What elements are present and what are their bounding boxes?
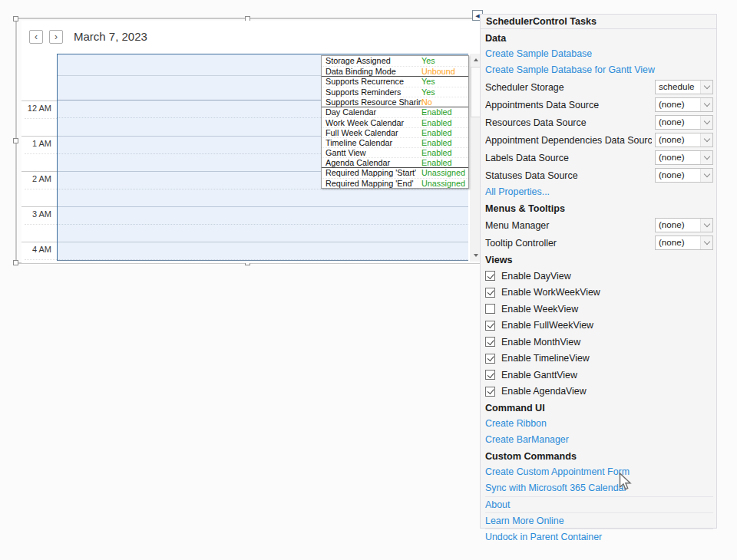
overlay-row: Storage AssignedYes [322,56,468,66]
appointments-data-source-dropdown[interactable]: (none) [655,97,713,112]
status-value: Unassigned [421,168,466,178]
tooltip-controller-dropdown[interactable]: (none) [655,236,713,250]
next-day-button[interactable]: › [49,30,63,44]
hour-row[interactable] [58,242,468,260]
checkbox-label: Enable DayView [501,271,571,282]
overlay-row: Timeline CalendarEnabled [322,137,468,147]
checkbox-row-enable-weekview[interactable]: Enable WeekView [485,301,713,318]
checkbox-label: Enable WorkWeekView [501,287,600,298]
status-value: Enabled [421,107,466,117]
chevron-down-icon[interactable] [700,98,712,111]
overlay-row: Work Week CalendarEnabled [322,117,468,127]
link-create-sample-database[interactable]: Create Sample Database [485,48,592,59]
checkbox[interactable] [485,370,495,380]
checkbox-label: Enable FullWeekView [501,320,593,331]
resize-handle-top-left[interactable] [13,16,18,21]
appointment-dependencies-dropdown[interactable]: (none) [655,133,713,147]
chevron-right-icon: › [55,31,58,42]
checkbox-row-enable-fullweekview[interactable]: Enable FullWeekView [485,318,713,334]
time-ruler-row: 2 AM [21,171,57,206]
time-label: 4 AM [32,245,51,254]
checkbox-row-enable-ganttview[interactable]: Enable GanttView [485,367,713,384]
checkbox-label: Enable WeekView [501,304,578,315]
chevron-down-icon[interactable] [700,133,712,147]
chevron-down-icon[interactable] [700,169,712,182]
date-title: March 7, 2023 [74,28,147,45]
chevron-down-icon[interactable] [700,219,712,232]
resources-data-source-dropdown[interactable]: (none) [655,115,713,130]
field-menu-manager: Menu Manager (none) [485,216,713,234]
section-header-custom-commands: Custom Commands [485,450,713,464]
section-header-data: Data [485,31,713,46]
checkbox[interactable] [485,321,495,331]
checkbox-row-enable-monthview[interactable]: Enable MonthView [485,334,713,351]
chevron-down-icon[interactable] [700,236,712,249]
field-labels-data-source: Labels Data Source (none) [485,149,713,166]
section-header-views: Views [485,253,713,268]
field-appointment-dependencies-data-source: Appointment Dependencies Data Source (no… [485,131,713,149]
panel-title: SchedulerControl Tasks [481,15,716,29]
time-label: 12 AM [28,104,51,113]
overlay-group: Day CalendarEnabled Work Week CalendarEn… [322,107,468,167]
time-ruler-row: 12 AM [21,100,57,136]
link-create-barmanager[interactable]: Create BarManager [485,434,569,445]
link-sync-microsoft-365-calendar[interactable]: Sync with Microsoft 365 Calendar [485,483,627,493]
overlay-group: Supports RecurrenceYes Supports Reminder… [322,76,468,107]
link-all-properties[interactable]: All Properties... [485,186,550,197]
field-tooltip-controller: Tooltip Controller (none) [485,234,713,252]
time-ruler-row: 4 AM [21,242,57,261]
checkbox-row-enable-timelineview[interactable]: Enable TimelineView [485,351,713,367]
scheduler-storage-dropdown[interactable]: schedule [655,80,713,94]
resize-handle-left-middle[interactable] [13,138,18,143]
checkbox[interactable] [485,271,495,281]
time-ruler-row: 1 AM [21,136,57,171]
time-label: 2 AM [32,174,51,183]
checkbox-label: Enable MonthView [501,337,580,348]
overlay-row: Full Week CalendarEnabled [322,127,468,137]
link-create-custom-appointment-form[interactable]: Create Custom Appointment Form [485,466,630,477]
scheduler-diagnostics-overlay: Storage AssignedYes Data Binding ModeUnb… [321,55,469,189]
checkbox[interactable] [485,337,495,347]
labels-data-source-dropdown[interactable]: (none) [655,150,713,165]
checkbox[interactable] [485,387,495,397]
triangle-up-icon [474,58,478,61]
resize-handle-bottom-left[interactable] [13,260,18,265]
link-undock-in-parent-container[interactable]: Undock in Parent Container [485,532,602,542]
status-value: Enabled [421,118,466,127]
link-create-ribbon[interactable]: Create Ribbon [485,418,547,429]
checkbox[interactable] [485,354,495,364]
field-appointments-data-source: Appointments Data Source (none) [485,96,713,114]
hour-row[interactable] [58,206,468,242]
scheduler-control[interactable]: ‹ › March 7, 2023 Tuesday, March 7 12 AM… [21,21,482,263]
checkbox-row-enable-dayview[interactable]: Enable DayView [485,268,713,285]
chevron-left-icon: ‹ [35,31,38,42]
link-about[interactable]: About [485,499,510,510]
time-label: 1 AM [32,139,51,148]
status-value: Enabled [421,128,466,137]
field-scheduler-storage: Scheduler Storage schedule [485,78,713,96]
status-value: Yes [421,77,466,87]
statuses-data-source-dropdown[interactable]: (none) [655,168,713,183]
chevron-down-icon[interactable] [700,116,712,129]
overlay-row: Supports RecurrenceYes [322,77,468,87]
chevron-down-icon[interactable] [700,151,712,164]
chevron-down-icon[interactable] [700,81,712,94]
status-value: Enabled [421,148,466,157]
overlay-row: Day CalendarEnabled [322,107,468,117]
link-learn-more-online[interactable]: Learn More Online [485,516,564,526]
overlay-row: Required Mapping 'Start'Unassigned [322,168,468,178]
prev-day-button[interactable]: ‹ [29,30,43,44]
field-statuses-data-source: Statuses Data Source (none) [485,166,713,184]
checkbox[interactable] [485,288,495,298]
time-label: 3 AM [32,209,51,219]
link-create-sample-database-gantt[interactable]: Create Sample Database for Gantt View [485,64,655,75]
overlay-group: Required Mapping 'Start'Unassigned Requi… [322,167,468,188]
checkbox-row-enable-agendaview[interactable]: Enable AgendaView [485,384,713,400]
overlay-row: Data Binding ModeUnbound [322,66,468,76]
checkbox-row-enable-workweekview[interactable]: Enable WorkWeekView [485,285,713,301]
checkbox[interactable] [485,304,495,314]
overlay-row: Gantt ViewEnabled [322,147,468,157]
overlay-row: Supports RemindersYes [322,87,468,97]
menu-manager-dropdown[interactable]: (none) [655,218,713,232]
time-ruler: 12 AM 1 AM 2 AM 3 AM 4 AM [21,100,57,261]
